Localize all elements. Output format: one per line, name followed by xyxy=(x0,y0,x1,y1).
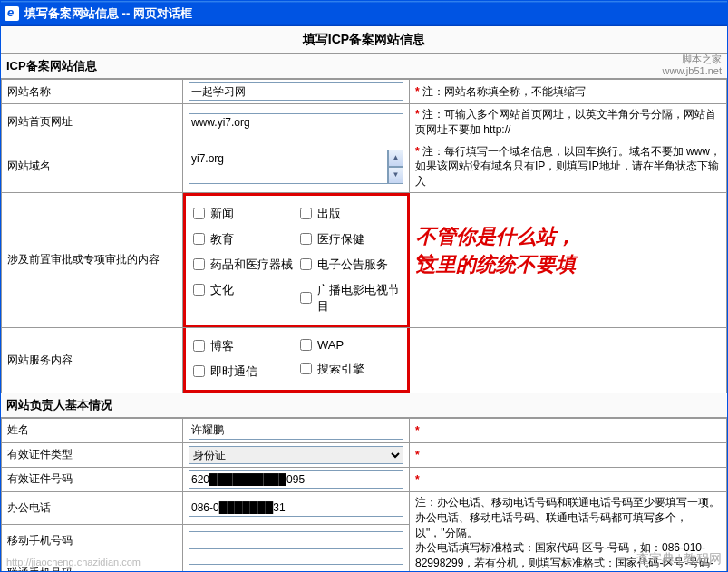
label-office-phone: 办公电话 xyxy=(2,491,183,524)
label-site-name: 网站名称 xyxy=(2,80,183,104)
section-header-person: 网站负责人基本情况 xyxy=(1,393,727,418)
watermark-bottom-right: 查字典 | 教程网 xyxy=(636,551,722,567)
note-site-url: *注：可输入多个网站首页网址，以英文半角分号分隔，网站首页网址不要加 http:… xyxy=(410,104,727,141)
checkbox-即时通信[interactable]: 即时通信 xyxy=(189,359,296,384)
input-office-phone[interactable] xyxy=(189,499,403,517)
checkbox-WAP[interactable]: WAP xyxy=(296,334,403,356)
input-id-number[interactable] xyxy=(189,470,403,489)
annotation-text: 不管你是什么站， 这里的统统不要填 xyxy=(416,223,688,279)
note-id-number: * xyxy=(410,467,727,491)
checkbox-文化[interactable]: 文化 xyxy=(189,277,296,303)
label-id-type: 有效证件类型 xyxy=(2,442,183,467)
watermark-top-right: 脚本之家 www.jb51.net xyxy=(663,53,722,77)
note-id-type: * xyxy=(410,442,727,467)
label-mobile: 移动手机号码 xyxy=(2,524,183,557)
note-name: * xyxy=(410,418,727,442)
select-id-type[interactable]: 身份证 xyxy=(189,446,403,464)
label-id-number: 有效证件号码 xyxy=(2,467,183,491)
checkbox-广播电影电视节目[interactable]: 广播电影电视节目 xyxy=(296,277,403,319)
label-name: 姓名 xyxy=(2,418,183,442)
label-site-url: 网站首页网址 xyxy=(2,104,183,141)
input-unicom[interactable] xyxy=(189,564,403,571)
textarea-domain[interactable]: yi7.org xyxy=(189,150,388,184)
checkbox-搜索引擎[interactable]: 搜索引擎 xyxy=(296,356,403,382)
checkbox-药品和医疗器械[interactable]: 药品和医疗器械 xyxy=(189,252,296,277)
input-name[interactable] xyxy=(189,422,403,440)
checkbox-新闻[interactable]: 新闻 xyxy=(189,201,296,227)
watermark-bottom-left: http://jiaocheng.chazidian.com xyxy=(6,557,141,567)
label-domain: 网站域名 xyxy=(2,141,183,192)
scroll-up-icon[interactable]: ▲ xyxy=(388,150,403,167)
label-service-content: 网站服务内容 xyxy=(2,327,183,393)
checkbox-医疗保健[interactable]: 医疗保健 xyxy=(296,227,403,252)
section-header-icp: ICP备案网站信息 xyxy=(1,54,727,79)
ie-icon xyxy=(5,6,19,21)
titlebar: 填写备案网站信息 -- 网页对话框 xyxy=(1,1,727,26)
input-mobile[interactable] xyxy=(189,531,403,549)
note-domain: *注：每行填写一个域名信息，以回车换行。域名不要加 www，如果该网站没有域名只… xyxy=(410,141,727,192)
page-title: 填写ICP备案网站信息 xyxy=(1,26,727,54)
titlebar-text: 填写备案网站信息 -- 网页对话框 xyxy=(24,5,192,22)
scroll-down-icon[interactable]: ▼ xyxy=(388,167,403,184)
checkbox-出版[interactable]: 出版 xyxy=(296,201,403,227)
checkbox-电子公告服务[interactable]: 电子公告服务 xyxy=(296,252,403,277)
checkbox-博客[interactable]: 博客 xyxy=(189,334,296,359)
note-site-name: *注：网站名称填全称，不能填缩写 xyxy=(410,80,727,104)
input-site-url[interactable] xyxy=(189,113,403,131)
input-site-name[interactable] xyxy=(189,82,403,101)
checkbox-教育[interactable]: 教育 xyxy=(189,227,296,252)
label-pre-approval: 涉及前置审批或专项审批的内容 xyxy=(2,192,183,327)
